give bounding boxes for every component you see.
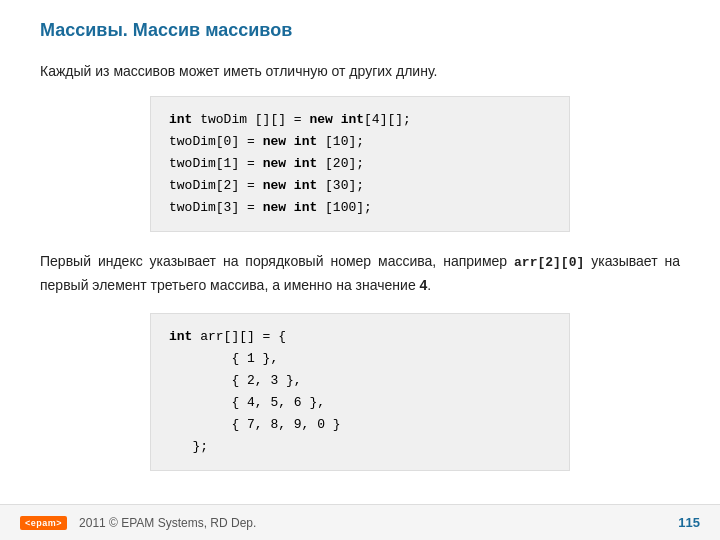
description2: Первый индекс указывает на порядковый но… [40, 250, 680, 296]
code-line: twoDim[1] = new int [20]; [169, 156, 364, 171]
code-line: twoDim[2] = new int [30]; [169, 178, 364, 193]
code-line: { 7, 8, 9, 0 } [169, 417, 341, 432]
description1: Каждый из массивов может иметь отличную … [40, 61, 680, 82]
code-line: { 4, 5, 6 }, [169, 395, 325, 410]
footer: <epam> 2011 © EPAM Systems, RD Dep. 115 [0, 504, 720, 540]
desc2-part3: . [427, 277, 431, 293]
page-title: Массивы. Массив массивов [40, 20, 680, 41]
footer-logo-area: <epam> 2011 © EPAM Systems, RD Dep. [20, 516, 256, 530]
epam-logo: <epam> [20, 516, 67, 530]
code-line: { 2, 3 }, [169, 373, 302, 388]
code-line: int twoDim [][] = new int[4][]; [169, 112, 411, 127]
desc2-part1: Первый индекс указывает на порядковый но… [40, 253, 514, 269]
code-line: { 1 }, [169, 351, 278, 366]
footer-copyright: 2011 © EPAM Systems, RD Dep. [79, 516, 256, 530]
code-block-2: int arr[][] = { { 1 }, { 2, 3 }, { 4, 5,… [150, 313, 570, 472]
code-line: twoDim[3] = new int [100]; [169, 200, 372, 215]
code-line: }; [169, 439, 208, 454]
footer-page-number: 115 [678, 515, 700, 530]
main-content: Массивы. Массив массивов Каждый из масси… [0, 0, 720, 504]
code-block-1: int twoDim [][] = new int[4][]; twoDim[0… [150, 96, 570, 232]
code-line: twoDim[0] = new int [10]; [169, 134, 364, 149]
desc2-code: arr[2][0] [514, 255, 584, 270]
code-line: int arr[][] = { [169, 329, 286, 344]
